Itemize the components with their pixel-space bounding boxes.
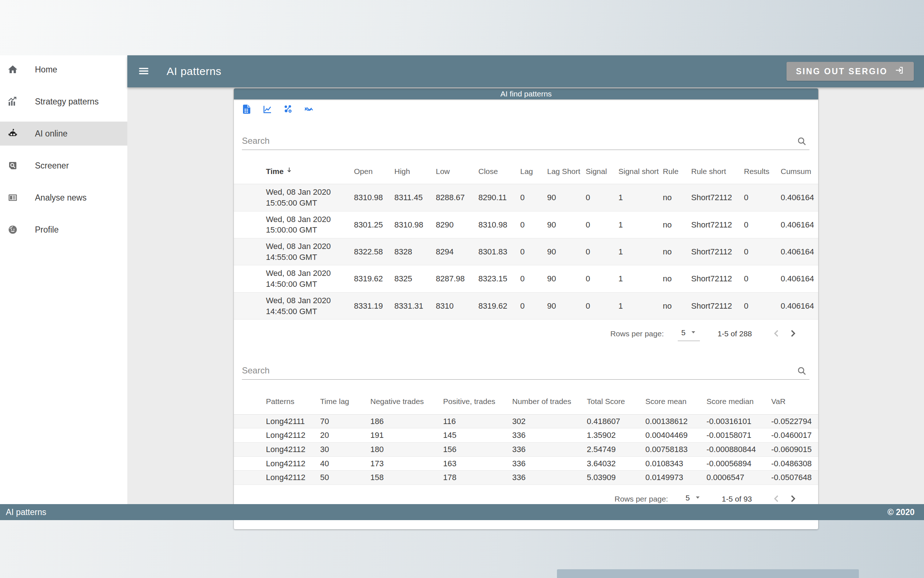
sidebar-item-label: Screener <box>35 161 69 171</box>
cell-negative-trades: 180 <box>371 442 443 456</box>
sidebar-item-ai-online[interactable]: AI online <box>0 122 127 146</box>
col-header-lag[interactable]: Lag <box>520 159 547 184</box>
col-header-negative-trades[interactable]: Negative trades <box>371 389 443 414</box>
table-row[interactable]: Wed, 08 Jan 2020 14:50:00 GMT 8319.62 83… <box>234 265 818 292</box>
cell-rule: no <box>663 265 691 292</box>
table-row[interactable]: Long42112 50 158 178 336 5.03909 0.01499… <box>234 471 818 485</box>
cell-open: 8319.62 <box>354 265 394 292</box>
col-header-positive-trades[interactable]: Positive, trades <box>443 389 512 414</box>
sidebar-item-home[interactable]: Home <box>0 57 127 81</box>
col-header-number-of-trades[interactable]: Number of trades <box>512 389 587 414</box>
signals-header-row: Time Open High Low Close Lag Lag Short S… <box>234 159 818 184</box>
sign-out-button[interactable]: SING OUT SERGIO <box>786 62 914 81</box>
col-header-rule-short[interactable]: Rule short <box>691 159 744 184</box>
col-header-signal-short[interactable]: Signal short <box>618 159 663 184</box>
cell-signal: 0 <box>586 184 618 211</box>
col-header-close[interactable]: Close <box>478 159 520 184</box>
col-header-low[interactable]: Low <box>436 159 478 184</box>
cell-high: 8310.98 <box>394 211 436 238</box>
cell-rule-short: Short72112 <box>691 265 744 292</box>
cell-signal-short: 1 <box>618 265 663 292</box>
scatter-chart-icon[interactable] <box>283 104 294 115</box>
cell-number-of-trades: 336 <box>512 456 587 471</box>
cell-close: 8319.62 <box>478 292 520 319</box>
cell-number-of-trades: 336 <box>512 429 587 443</box>
search-icon[interactable] <box>796 136 807 147</box>
table-row[interactable]: Long42112 30 180 156 336 2.54749 0.00758… <box>234 442 818 456</box>
table-file-icon[interactable] <box>241 104 252 115</box>
sidebar-item-screener[interactable]: Screener <box>0 154 127 178</box>
table-row[interactable]: Long42111 70 186 116 302 0.418607 0.0013… <box>234 414 818 429</box>
cell-low: 8310 <box>436 292 478 319</box>
exit-to-app-icon <box>894 65 905 78</box>
col-header-score-median[interactable]: Score median <box>706 389 771 414</box>
col-header-lag-short[interactable]: Lag Short <box>547 159 586 184</box>
col-header-high[interactable]: High <box>394 159 436 184</box>
col-header-var[interactable]: VaR <box>771 389 818 414</box>
cell-time-lag: 50 <box>320 471 371 485</box>
cell-negative-trades: 186 <box>371 414 443 429</box>
cell-open: 8301.25 <box>354 211 394 238</box>
col-header-total-score[interactable]: Total Score <box>587 389 645 414</box>
cell-lag: 0 <box>520 292 547 319</box>
cell-number-of-trades: 336 <box>512 442 587 456</box>
search-icon[interactable] <box>796 365 807 377</box>
cell-time: Wed, 08 Jan 2020 15:00:00 GMT <box>234 211 354 238</box>
cell-signal: 0 <box>586 292 618 319</box>
cell-time-lag: 70 <box>320 414 371 429</box>
cell-lag-short: 90 <box>547 265 586 292</box>
cell-positive-trades: 116 <box>443 414 512 429</box>
rows-per-page-select[interactable]: 5 <box>678 327 700 341</box>
cell-total-score: 3.64032 <box>587 456 645 471</box>
table-row[interactable]: Wed, 08 Jan 2020 14:45:00 GMT 8331.19 83… <box>234 292 818 319</box>
menu-button[interactable] <box>135 63 152 80</box>
robot-icon <box>7 128 18 139</box>
cell-score-mean: 0.0149973 <box>645 471 706 485</box>
cell-lag-short: 90 <box>547 239 586 265</box>
table-row[interactable]: Wed, 08 Jan 2020 15:05:00 GMT 8310.98 83… <box>234 184 818 211</box>
col-header-score-mean[interactable]: Score mean <box>645 389 706 414</box>
line-chart-icon[interactable] <box>262 104 273 115</box>
cell-rule-short: Short72112 <box>691 239 744 265</box>
table-row[interactable]: Wed, 08 Jan 2020 15:00:00 GMT 8301.25 83… <box>234 211 818 238</box>
col-header-open[interactable]: Open <box>354 159 394 184</box>
cell-cumsum: 0.406164 <box>781 211 818 238</box>
cell-low: 8290 <box>436 211 478 238</box>
col-header-cumsum[interactable]: Cumsum <box>781 159 818 184</box>
sidebar-item-label: Analyse news <box>35 193 87 203</box>
col-header-time-lag[interactable]: Time lag <box>320 389 371 414</box>
chevron-left-icon <box>770 328 782 340</box>
previous-page-button[interactable] <box>768 325 785 342</box>
sidebar-item-profile[interactable]: Profile <box>0 218 127 242</box>
chevron-right-icon <box>787 493 799 506</box>
table-row[interactable]: Long42112 40 173 163 336 3.64032 0.01083… <box>234 456 818 471</box>
cell-low: 8288.67 <box>436 184 478 211</box>
search-field-2 <box>242 363 809 380</box>
search-input-2[interactable] <box>242 363 792 378</box>
next-page-button[interactable] <box>785 325 801 342</box>
sidebar-item-analyse-news[interactable]: Analyse news <box>0 186 127 209</box>
cell-rule: no <box>663 239 691 265</box>
rows-per-page-value: 5 <box>685 494 690 502</box>
sidebar-item-strategy-patterns[interactable]: Strategy patterns <box>0 89 127 114</box>
cell-rule: no <box>663 211 691 238</box>
cell-positive-trades: 163 <box>443 456 512 471</box>
cell-rule: no <box>663 292 691 319</box>
cell-signal-short: 1 <box>618 292 663 319</box>
hamburger-icon <box>138 65 150 78</box>
cell-score-mean: 0.0108343 <box>645 456 706 471</box>
cell-negative-trades: 173 <box>371 456 443 471</box>
col-header-time[interactable]: Time <box>234 159 354 184</box>
col-header-patterns[interactable]: Patterns <box>234 389 320 414</box>
cell-number-of-trades: 302 <box>512 414 587 429</box>
bar-chart-icon <box>7 96 18 107</box>
col-header-signal[interactable]: Signal <box>586 159 618 184</box>
search-input-1[interactable] <box>242 133 792 148</box>
table-row[interactable]: Long42112 20 191 145 336 1.35902 0.00404… <box>234 429 818 443</box>
taskbar-strip <box>557 569 859 578</box>
col-header-rule[interactable]: Rule <box>663 159 691 184</box>
col-header-results[interactable]: Results <box>744 159 781 184</box>
cell-positive-trades: 156 <box>443 442 512 456</box>
table-row[interactable]: Wed, 08 Jan 2020 14:55:00 GMT 8322.58 83… <box>234 239 818 265</box>
multiline-chart-icon[interactable] <box>303 104 314 115</box>
